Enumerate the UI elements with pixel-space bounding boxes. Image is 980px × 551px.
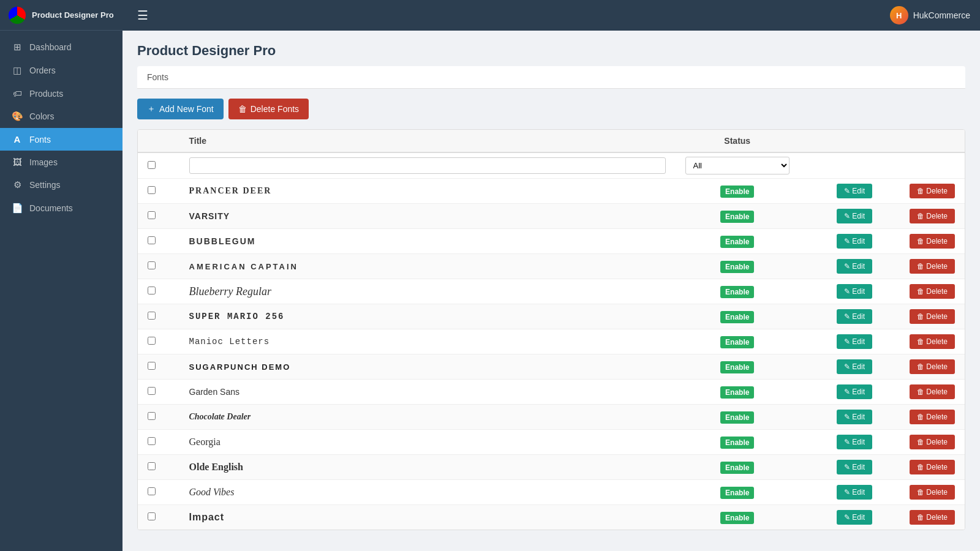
edit-button[interactable]: ✎ Edit bbox=[837, 184, 872, 198]
edit-button[interactable]: ✎ Edit bbox=[837, 384, 872, 399]
delete-button[interactable]: 🗑 Delete bbox=[910, 209, 955, 223]
add-new-font-button[interactable]: ＋ Add New Font bbox=[137, 99, 224, 119]
row-checkbox-cell bbox=[138, 304, 179, 329]
status-badge: Enable bbox=[720, 261, 754, 273]
row-checkbox[interactable] bbox=[148, 362, 156, 370]
delete-button[interactable]: 🗑 Delete bbox=[910, 510, 955, 525]
delete-button[interactable]: 🗑 Delete bbox=[910, 259, 955, 274]
delete-button[interactable]: 🗑 Delete bbox=[910, 435, 955, 449]
sidebar-label-documents: Documents bbox=[29, 203, 73, 213]
row-checkbox[interactable] bbox=[148, 312, 156, 320]
row-checkbox[interactable] bbox=[148, 337, 156, 345]
sidebar: Product Designer Pro ⊞ Dashboard ◫ Order… bbox=[0, 0, 123, 551]
status-badge: Enable bbox=[720, 386, 754, 399]
row-title: Georgia bbox=[179, 430, 676, 455]
row-checkbox[interactable] bbox=[148, 186, 156, 194]
row-delete-cell: 🗑 Delete bbox=[882, 279, 965, 304]
filter-title-cell bbox=[179, 152, 676, 179]
delete-button[interactable]: 🗑 Delete bbox=[910, 284, 955, 299]
edit-button[interactable]: ✎ Edit bbox=[837, 359, 872, 374]
sidebar-item-documents[interactable]: 📄 Documents bbox=[0, 197, 123, 220]
breadcrumb: Fonts bbox=[137, 66, 965, 89]
status-badge: Enable bbox=[720, 411, 754, 424]
sidebar-item-colors[interactable]: 🎨 Colors bbox=[0, 105, 123, 128]
row-checkbox-cell bbox=[138, 204, 179, 229]
sidebar-item-images[interactable]: 🖼 Images bbox=[0, 151, 123, 173]
row-edit-cell: ✎ Edit bbox=[799, 279, 882, 304]
user-avatar: H bbox=[890, 6, 908, 24]
status-badge: Enable bbox=[720, 186, 754, 198]
toolbar: ＋ Add New Font 🗑 Delete Fonts bbox=[137, 99, 965, 119]
table-row: BUBBLEGUMEnable✎ Edit🗑 Delete bbox=[138, 229, 965, 254]
sidebar-label-settings: Settings bbox=[29, 180, 61, 190]
status-badge: Enable bbox=[720, 336, 754, 348]
row-status: Enable bbox=[676, 380, 800, 405]
sidebar-item-fonts[interactable]: A Fonts bbox=[0, 128, 123, 151]
table-row: VARSITYEnable✎ Edit🗑 Delete bbox=[138, 204, 965, 229]
row-checkbox[interactable] bbox=[148, 462, 156, 470]
row-checkbox-cell bbox=[138, 354, 179, 380]
row-status: Enable bbox=[676, 505, 800, 530]
row-status: Enable bbox=[676, 480, 800, 505]
row-checkbox[interactable] bbox=[148, 512, 156, 520]
delete-button[interactable]: 🗑 Delete bbox=[910, 384, 955, 399]
edit-button[interactable]: ✎ Edit bbox=[837, 510, 872, 525]
sidebar-item-products[interactable]: 🏷 Products bbox=[0, 82, 123, 105]
images-icon: 🖼 bbox=[11, 157, 23, 167]
sidebar-item-settings[interactable]: ⚙ Settings bbox=[0, 173, 123, 197]
edit-button[interactable]: ✎ Edit bbox=[837, 334, 872, 349]
sidebar-item-dashboard[interactable]: ⊞ Dashboard bbox=[0, 36, 123, 59]
delete-button[interactable]: 🗑 Delete bbox=[910, 359, 955, 374]
delete-button[interactable]: 🗑 Delete bbox=[910, 334, 955, 349]
status-filter-select[interactable]: All Enable Disable bbox=[685, 157, 790, 174]
row-checkbox[interactable] bbox=[148, 487, 156, 495]
breadcrumb-fonts: Fonts bbox=[147, 72, 168, 82]
table-row: PRANCER DEEREnable✎ Edit🗑 Delete bbox=[138, 179, 965, 204]
settings-icon: ⚙ bbox=[11, 179, 23, 190]
title-filter-input[interactable] bbox=[189, 157, 666, 174]
row-edit-cell: ✎ Edit bbox=[799, 329, 882, 354]
delete-fonts-button[interactable]: 🗑 Delete Fonts bbox=[228, 99, 309, 119]
sidebar-item-orders[interactable]: ◫ Orders bbox=[0, 59, 123, 82]
row-checkbox[interactable] bbox=[148, 236, 156, 244]
select-all-checkbox[interactable] bbox=[148, 161, 156, 169]
row-checkbox[interactable] bbox=[148, 211, 156, 219]
row-checkbox[interactable] bbox=[148, 412, 156, 420]
edit-button[interactable]: ✎ Edit bbox=[837, 485, 872, 500]
topbar: ☰ H HukCommerce bbox=[123, 0, 980, 31]
col-header-delete bbox=[882, 130, 965, 152]
edit-button[interactable]: ✎ Edit bbox=[837, 435, 872, 449]
delete-button[interactable]: 🗑 Delete bbox=[910, 460, 955, 474]
delete-button[interactable]: 🗑 Delete bbox=[910, 309, 955, 324]
row-edit-cell: ✎ Edit bbox=[799, 229, 882, 254]
row-checkbox[interactable] bbox=[148, 261, 156, 269]
edit-button[interactable]: ✎ Edit bbox=[837, 309, 872, 324]
delete-button[interactable]: 🗑 Delete bbox=[910, 234, 955, 249]
edit-button[interactable]: ✎ Edit bbox=[837, 234, 872, 249]
status-badge: Enable bbox=[720, 487, 754, 499]
fonts-icon: A bbox=[11, 134, 23, 144]
row-edit-cell: ✎ Edit bbox=[799, 304, 882, 329]
edit-button[interactable]: ✎ Edit bbox=[837, 284, 872, 299]
row-title: Good Vibes bbox=[179, 480, 676, 505]
sidebar-label-products: Products bbox=[29, 89, 63, 99]
sidebar-header: Product Designer Pro bbox=[0, 0, 123, 31]
delete-button[interactable]: 🗑 Delete bbox=[910, 410, 955, 424]
sidebar-label-fonts: Fonts bbox=[29, 135, 51, 144]
row-status: Enable bbox=[676, 405, 800, 430]
edit-button[interactable]: ✎ Edit bbox=[837, 410, 872, 424]
col-header-title: Title bbox=[179, 130, 676, 152]
table-row: SUGARPUNCH DEMOEnable✎ Edit🗑 Delete bbox=[138, 354, 965, 380]
fonts-table: Title Status bbox=[138, 130, 965, 530]
delete-button[interactable]: 🗑 Delete bbox=[910, 485, 955, 500]
hamburger-button[interactable]: ☰ bbox=[132, 6, 153, 25]
row-checkbox[interactable] bbox=[148, 437, 156, 445]
edit-button[interactable]: ✎ Edit bbox=[837, 209, 872, 223]
row-checkbox-cell bbox=[138, 455, 179, 480]
row-checkbox[interactable] bbox=[148, 387, 156, 395]
row-checkbox[interactable] bbox=[148, 287, 156, 294]
status-badge: Enable bbox=[720, 462, 754, 474]
delete-button[interactable]: 🗑 Delete bbox=[910, 184, 955, 198]
edit-button[interactable]: ✎ Edit bbox=[837, 460, 872, 474]
edit-button[interactable]: ✎ Edit bbox=[837, 259, 872, 274]
